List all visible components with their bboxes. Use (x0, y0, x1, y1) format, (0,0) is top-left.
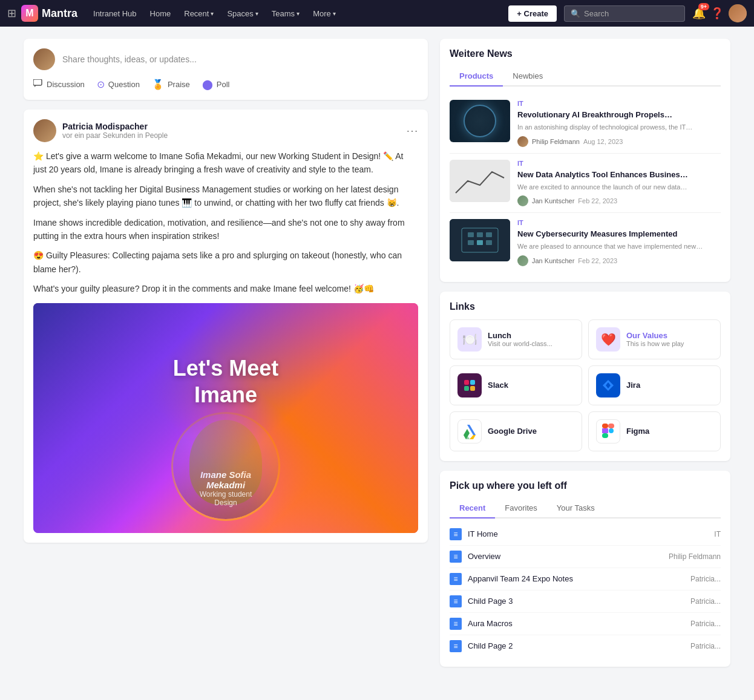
post-author-name: Patricia Modispacher (62, 122, 400, 131)
tab-your-tasks[interactable]: Your Tasks (547, 499, 605, 518)
nav-links: Intranet Hub Home Recent ▾ Spaces ▾ Team… (87, 5, 501, 22)
post-composer: Share thoughts, ideas, or updates... Dis… (24, 39, 428, 100)
pickup-item-name-6: Child Page 2 (468, 641, 684, 650)
pickup-item-1[interactable]: IT Home IT (450, 523, 721, 546)
news-author-name-1: Philip Feldmann (532, 138, 580, 145)
svg-marker-18 (464, 435, 470, 439)
post-paragraph-4: 😍 Guilty Pleasures: Collecting pajama se… (33, 249, 418, 276)
tab-products[interactable]: Products (450, 67, 503, 87)
svg-rect-1 (450, 160, 510, 202)
nav-logo[interactable]: M Mantra (21, 5, 77, 22)
links-grid: 🍽️ Lunch Visit our world-class... ❤️ Our… (450, 319, 721, 451)
praise-button[interactable]: 🏅 Praise (152, 79, 190, 90)
pickup-section: Pick up where you left off Recent Favori… (440, 471, 730, 667)
pickup-item-2[interactable]: Overview Philip Feldmann (450, 546, 721, 568)
slack-icon (457, 373, 482, 397)
pickup-item-icon-4 (450, 595, 462, 607)
news-thumb-analytics-image (450, 160, 510, 202)
notification-badge: 9+ (698, 3, 709, 10)
post-paragraph-2: When she's not tackling her Digital Busi… (33, 183, 418, 210)
question-label: Question (108, 80, 140, 89)
nav-recent[interactable]: Recent ▾ (178, 5, 220, 22)
post-card: Patricia Modispacher vor ein paar Sekund… (24, 110, 428, 543)
svg-rect-5 (477, 232, 483, 237)
post-image-name: Imane SofiaMekadmi (200, 469, 252, 490)
tab-favorites[interactable]: Favorites (495, 499, 546, 518)
svg-rect-8 (477, 240, 483, 245)
news-item-3[interactable]: IT New Cybersecurity Measures Implemente… (450, 213, 721, 272)
svg-rect-22 (602, 433, 608, 438)
news-headline-3: New Cybersecurity Measures Implemented (517, 229, 721, 240)
nav-intranet-hub[interactable]: Intranet Hub (87, 5, 143, 22)
lunch-icon: 🍽️ (457, 327, 482, 352)
pickup-item-name-2: Overview (468, 552, 663, 561)
user-avatar[interactable] (729, 4, 747, 22)
link-lunch[interactable]: 🍽️ Lunch Visit our world-class... (450, 319, 582, 359)
nav-spaces[interactable]: Spaces ▾ (221, 5, 264, 22)
figma-icon (596, 419, 620, 443)
news-date-2: Feb 22, 2023 (578, 197, 617, 204)
news-author-row-3: Jan Kuntscher Feb 22, 2023 (517, 255, 721, 266)
links-title: Links (450, 301, 721, 312)
logo-text: Mantra (42, 7, 77, 20)
post-more-button[interactable]: ⋯ (406, 125, 418, 137)
poll-button[interactable]: ⬤ Poll (202, 79, 230, 90)
nav-right-actions: 🔔 9+ ❓ (692, 4, 747, 22)
search-icon: 🔍 (571, 9, 580, 18)
pickup-item-5[interactable]: Aura Macros Patricia... (450, 613, 721, 635)
help-icon[interactable]: ❓ (710, 7, 724, 20)
discussion-button[interactable]: Discussion (33, 79, 85, 90)
news-excerpt-3: We are pleased to announce that we have … (517, 242, 721, 251)
link-gdrive[interactable]: Google Drive (450, 411, 582, 451)
post-author-avatar (33, 119, 56, 142)
pickup-item-6[interactable]: Child Page 2 Patricia... (450, 635, 721, 657)
post-image: Let's Meet Imane Imane SofiaMekadmi Work… (33, 303, 418, 533)
nav-home[interactable]: Home (144, 5, 177, 22)
link-values[interactable]: ❤️ Our Values This is how we play (588, 319, 721, 359)
link-slack[interactable]: Slack (450, 365, 582, 405)
pickup-item-space-4: Patricia... (690, 597, 721, 606)
nav-teams[interactable]: Teams ▾ (266, 5, 306, 22)
pickup-item-icon-1 (450, 528, 462, 540)
news-item-1[interactable]: IT Revolutionary AI Breakthrough Propels… (450, 94, 721, 154)
pickup-item-4[interactable]: Child Page 3 Patricia... (450, 590, 721, 613)
pickup-item-icon-2 (450, 551, 462, 563)
tab-recent[interactable]: Recent (450, 499, 495, 518)
post-image-circle: Imane SofiaMekadmi Working studentDesign (171, 412, 280, 521)
praise-icon: 🏅 (152, 79, 164, 90)
link-lunch-text: Lunch Visit our world-class... (488, 331, 552, 347)
news-thumb-3 (450, 219, 510, 261)
svg-rect-20 (608, 424, 614, 428)
news-excerpt-2: We are excited to announce the launch of… (517, 183, 721, 192)
search-bar[interactable]: 🔍 Search (564, 5, 685, 22)
notification-bell-wrap: 🔔 9+ (692, 7, 706, 20)
composer-placeholder[interactable]: Share thoughts, ideas, or updates... (62, 54, 418, 64)
news-section: Weitere News Products Newbies IT Revolut… (440, 39, 730, 282)
news-author-name-2: Jan Kuntscher (532, 197, 574, 204)
post-paragraph-5: What's your guilty pleasure? Drop it in … (33, 282, 418, 295)
svg-rect-21 (602, 428, 608, 433)
grid-icon[interactable]: ⊞ (7, 7, 16, 20)
question-button[interactable]: ⊙ Question (97, 79, 140, 90)
post-paragraph-3: Imane shows incredible dedication, motiv… (33, 216, 418, 243)
nav-more[interactable]: More ▾ (307, 5, 342, 22)
svg-rect-4 (468, 232, 474, 237)
news-item-2[interactable]: IT New Data Analytics Tool Enhances Busi… (450, 154, 721, 214)
pickup-item-name-5: Aura Macros (468, 619, 684, 628)
create-button[interactable]: + Create (508, 5, 557, 22)
news-author-row-1: Philip Feldmann Aug 12, 2023 (517, 136, 721, 147)
news-headline-1: Revolutionary AI Breakthrough Propels… (517, 110, 721, 120)
news-headline-2: New Data Analytics Tool Enhances Busines… (517, 169, 721, 180)
discussion-label: Discussion (47, 80, 85, 89)
pickup-item-icon-5 (450, 618, 462, 630)
svg-rect-10 (464, 380, 469, 385)
jira-icon (596, 373, 620, 397)
gdrive-icon (457, 419, 482, 443)
link-jira[interactable]: Jira (588, 365, 721, 405)
tab-newbies[interactable]: Newbies (503, 67, 552, 87)
link-figma[interactable]: Figma (588, 411, 721, 451)
post-image-text: Let's Meet Imane (173, 355, 279, 407)
jira-label: Jira (626, 381, 640, 390)
pickup-item-3[interactable]: Appanvil Team 24 Expo Notes Patricia... (450, 568, 721, 590)
praise-label: Praise (168, 80, 190, 89)
